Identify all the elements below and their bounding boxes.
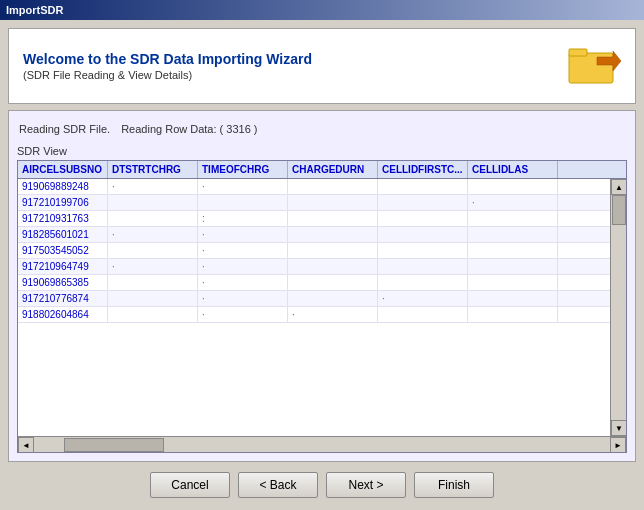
cell-d-8 [108,307,198,322]
cell-d-6 [108,275,198,290]
cell-c-6 [288,275,378,290]
table-header: AIRCELSUBSNO DTSTRTCHRG TIMEOFCHRG CHARG… [18,161,626,179]
cell-cf-2 [378,211,468,226]
table-row: 918285601021 · · [18,227,610,243]
cell-d-2 [108,211,198,226]
table-inner: 919069889248 · · 917210199706 · [18,179,610,436]
wizard-subtitle: (SDR File Reading & View Details) [23,69,312,81]
scroll-up-btn[interactable]: ▲ [611,179,626,195]
cell-t-5: · [198,259,288,274]
cell-c-1 [288,195,378,210]
cell-aircel-5: 917210964749 [18,259,108,274]
cancel-button[interactable]: Cancel [150,472,230,498]
cell-c-2 [288,211,378,226]
sdr-view-label: SDR View [17,145,627,157]
cell-cl-4 [468,243,558,258]
status-bar: Reading SDR File. Reading Row Data: ( 33… [17,119,627,139]
table-row: 917210931763 : [18,211,610,227]
cell-t-2: : [198,211,288,226]
cell-cl-3 [468,227,558,242]
cell-cl-5 [468,259,558,274]
col-chargedurn: CHARGEDURN [288,161,378,178]
scroll-left-btn[interactable]: ◄ [18,437,34,453]
cell-d-1 [108,195,198,210]
next-button[interactable]: Next > [326,472,406,498]
cell-cl-0 [468,179,558,194]
cell-cf-0 [378,179,468,194]
cell-t-6: · [198,275,288,290]
table-row: 919069865385 · [18,275,610,291]
cell-cf-4 [378,243,468,258]
hscroll-thumb[interactable] [64,438,164,452]
col-cellidfirstc: CELLIDFIRSTC... [378,161,468,178]
cell-cf-3 [378,227,468,242]
header-text: Welcome to the SDR Data Importing Wizard… [23,51,312,81]
cell-cl-7 [468,291,558,306]
button-row: Cancel < Back Next > Finish [8,468,636,502]
cell-d-5: · [108,259,198,274]
cell-cf-7: · [378,291,468,306]
cell-cf-6 [378,275,468,290]
cell-t-3: · [198,227,288,242]
cell-c-5 [288,259,378,274]
cell-t-8: · [198,307,288,322]
cell-aircel-3: 918285601021 [18,227,108,242]
reading-row-text: Reading Row Data: ( 3316 ) [121,123,257,135]
cell-aircel-7: 917210776874 [18,291,108,306]
title-bar-label: ImportSDR [6,4,63,16]
vertical-scrollbar[interactable]: ▲ ▼ [610,179,626,436]
header-panel: Welcome to the SDR Data Importing Wizard… [8,28,636,104]
cell-c-0 [288,179,378,194]
wizard-title: Welcome to the SDR Data Importing Wizard [23,51,312,67]
cell-c-3 [288,227,378,242]
cell-cf-5 [378,259,468,274]
cell-cl-2 [468,211,558,226]
col-cellidlas: CELLIDLAS [468,161,558,178]
cell-c-8: · [288,307,378,322]
col-dtstrtchrg: DTSTRTCHRG [108,161,198,178]
table-row: 917503545052 · [18,243,610,259]
cell-aircel-4: 917503545052 [18,243,108,258]
window-body: Welcome to the SDR Data Importing Wizard… [0,20,644,510]
cell-t-0: · [198,179,288,194]
cell-d-4 [108,243,198,258]
scroll-down-btn[interactable]: ▼ [611,420,626,436]
wizard-icon [567,39,621,93]
scroll-right-btn[interactable]: ► [610,437,626,453]
cell-aircel-1: 917210199706 [18,195,108,210]
table-row: 918802604864 · · [18,307,610,323]
cell-cf-1 [378,195,468,210]
table-row: 919069889248 · · [18,179,610,195]
svg-rect-1 [569,49,587,56]
cell-d-0: · [108,179,198,194]
finish-button[interactable]: Finish [414,472,494,498]
cell-aircel-6: 919069865385 [18,275,108,290]
cell-aircel-0: 919069889248 [18,179,108,194]
cell-t-7: · [198,291,288,306]
scroll-track[interactable] [611,195,626,420]
cell-cl-1: · [468,195,558,210]
table-row: 917210964749 · · [18,259,610,275]
table-row: 917210776874 · · [18,291,610,307]
cell-d-3: · [108,227,198,242]
cell-aircel-8: 918802604864 [18,307,108,322]
back-button[interactable]: < Back [238,472,318,498]
cell-t-4: · [198,243,288,258]
cell-c-7 [288,291,378,306]
cell-d-7 [108,291,198,306]
hscroll-track[interactable] [34,437,610,452]
col-aircelsubsno: AIRCELSUBSNO [18,161,108,178]
cell-aircel-2: 917210931763 [18,211,108,226]
cell-t-1 [198,195,288,210]
horizontal-scrollbar[interactable]: ◄ ► [18,436,626,452]
table-wrapper: 919069889248 · · 917210199706 · [18,179,626,436]
col-timeofchrg: TIMEOFCHRG [198,161,288,178]
scroll-thumb[interactable] [612,195,626,225]
title-bar: ImportSDR [0,0,644,20]
table-row: 917210199706 · [18,195,610,211]
reading-file-text: Reading SDR File. [19,123,110,135]
cell-cf-8 [378,307,468,322]
sdr-table: AIRCELSUBSNO DTSTRTCHRG TIMEOFCHRG CHARG… [17,160,627,453]
cell-cl-6 [468,275,558,290]
cell-cl-8 [468,307,558,322]
